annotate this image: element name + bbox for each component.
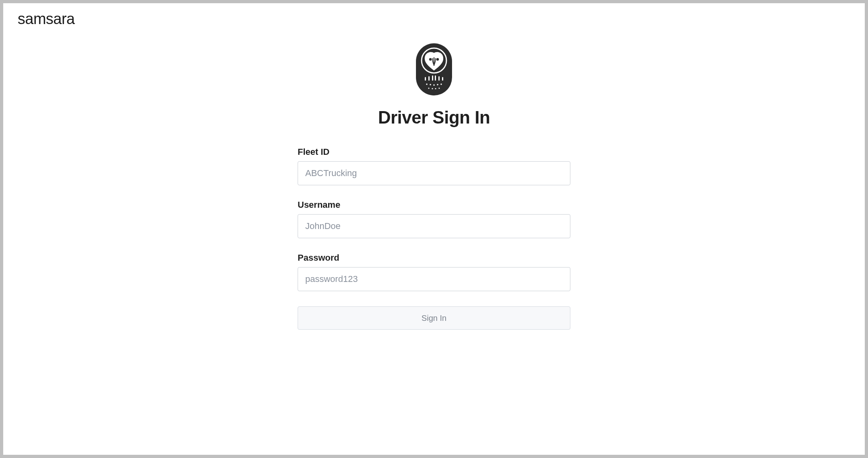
svg-point-18	[438, 87, 440, 89]
fleet-id-input[interactable]	[298, 161, 570, 185]
svg-point-14	[440, 83, 442, 85]
username-label: Username	[298, 200, 570, 210]
brand-wordmark: samsara	[18, 10, 75, 28]
svg-rect-6	[432, 75, 433, 81]
password-group: Password	[298, 253, 570, 291]
owl-logo-icon	[416, 43, 452, 95]
svg-point-13	[437, 84, 438, 85]
svg-rect-4	[425, 77, 426, 81]
login-container: Driver Sign In Fleet ID Username Passwor…	[298, 43, 570, 330]
password-input[interactable]	[298, 267, 570, 291]
svg-rect-5	[428, 76, 430, 81]
fleet-id-label: Fleet ID	[298, 147, 570, 157]
signin-form: Fleet ID Username Password Sign In	[298, 147, 570, 330]
svg-point-2	[429, 58, 432, 61]
page-title: Driver Sign In	[378, 107, 490, 128]
signin-button[interactable]: Sign In	[298, 306, 570, 330]
svg-rect-8	[438, 76, 440, 81]
svg-point-16	[432, 88, 433, 89]
svg-point-3	[436, 58, 439, 61]
svg-point-17	[435, 88, 436, 89]
fleet-id-group: Fleet ID	[298, 147, 570, 185]
svg-rect-9	[442, 77, 443, 81]
svg-point-15	[428, 87, 429, 89]
page-frame: samsara	[3, 3, 865, 455]
username-group: Username	[298, 200, 570, 238]
svg-rect-7	[435, 75, 436, 81]
svg-point-11	[430, 84, 431, 85]
password-label: Password	[298, 253, 570, 263]
svg-point-10	[426, 83, 428, 85]
username-input[interactable]	[298, 214, 570, 238]
svg-point-12	[433, 84, 435, 86]
